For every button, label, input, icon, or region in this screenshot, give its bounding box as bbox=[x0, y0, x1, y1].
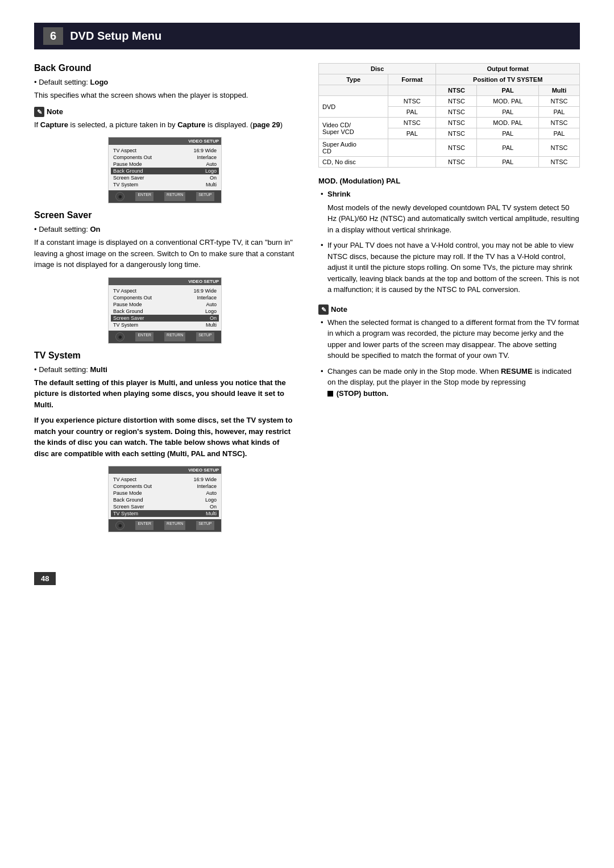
table-row: Super AudioCD NTSC PAL NTSC bbox=[319, 139, 580, 157]
vcd-ntsc-multi: NTSC bbox=[538, 118, 579, 128]
menu-row: TV Aspect16:9 Wide bbox=[113, 476, 217, 483]
note-text-back-ground: If Capture is selected, a picture taken … bbox=[34, 119, 296, 131]
enter-btn: ENTER bbox=[135, 521, 154, 530]
menu-body-2: TV Aspect16:9 Wide Components OutInterla… bbox=[109, 285, 221, 331]
cd-format bbox=[388, 157, 436, 168]
mod-title: MOD. (Modulation) PAL bbox=[318, 177, 580, 185]
menu-row: Back GroundLogo bbox=[113, 496, 217, 503]
right-note-box: ✎ Note When the selected format is chang… bbox=[318, 304, 580, 399]
ntsc-header: NTSC bbox=[436, 85, 477, 96]
dvd-pal-multi: PAL bbox=[538, 107, 579, 118]
nav-icon: ⊕ bbox=[115, 521, 125, 530]
sacd-format bbox=[388, 139, 436, 157]
setup-btn: SETUP bbox=[196, 521, 214, 530]
cd-multi: NTSC bbox=[538, 157, 579, 168]
cd-pal: PAL bbox=[477, 157, 539, 168]
right-column: Disc Output format Type Format Position … bbox=[318, 63, 580, 585]
menu-header-3: VIDEO SETUP bbox=[109, 466, 221, 474]
dvd-pal-format: PAL bbox=[388, 107, 436, 118]
section-back-ground: Back Ground Default setting: Logo This s… bbox=[34, 63, 296, 203]
vcd-pal-multi: PAL bbox=[538, 128, 579, 139]
default-setting-back-ground: Default setting: Logo bbox=[34, 78, 296, 86]
disc-col-header: Disc bbox=[319, 64, 436, 74]
dvd-pal-ntsc: NTSC bbox=[436, 107, 477, 118]
th-empty2 bbox=[388, 85, 436, 96]
table-row: DVD NTSC NTSC MOD. PAL NTSC bbox=[319, 96, 580, 107]
sacd-type: Super AudioCD bbox=[319, 139, 388, 157]
dvd-ntsc-multi: NTSC bbox=[538, 96, 579, 107]
note-title: ✎ Note bbox=[34, 107, 296, 117]
note-icon-right: ✎ bbox=[318, 304, 329, 315]
default-setting-tv-system: Default setting: Multi bbox=[34, 365, 296, 374]
multi-header: Multi bbox=[538, 85, 579, 96]
nav-icon: ⊕ bbox=[115, 192, 125, 201]
dvd-ntsc-ntsc: NTSC bbox=[436, 96, 477, 107]
dvd-ntsc-format: NTSC bbox=[388, 96, 436, 107]
menu-row: Components OutInterlace bbox=[113, 483, 217, 490]
vcd-pal-format: PAL bbox=[388, 128, 436, 139]
th-empty1 bbox=[319, 85, 388, 96]
chapter-number: 6 bbox=[43, 27, 63, 45]
table-row: CD, No disc NTSC PAL NTSC bbox=[319, 157, 580, 168]
menu-header-1: VIDEO SETUP bbox=[109, 137, 221, 145]
vcd-ntsc-pal: MOD. PAL bbox=[477, 118, 539, 128]
vcd-ntsc-ntsc: NTSC bbox=[436, 118, 477, 128]
return-btn: RETURN bbox=[164, 332, 185, 341]
back-ground-note: ✎ Note If Capture is selected, a picture… bbox=[34, 107, 296, 131]
enter-btn: ENTER bbox=[135, 332, 154, 341]
menu-row: TV Aspect16:9 Wide bbox=[113, 287, 217, 294]
menu-footer-3: ⊕ ENTER RETURN SETUP bbox=[109, 519, 221, 532]
output-format-header: Output format bbox=[436, 64, 580, 74]
v-hold-item: If your PAL TV does not have a V-Hold co… bbox=[318, 240, 580, 295]
page-number: 48 bbox=[34, 572, 56, 585]
setup-btn: SETUP bbox=[196, 192, 214, 201]
return-btn: RETURN bbox=[164, 192, 185, 201]
cd-type: CD, No disc bbox=[319, 157, 388, 168]
sacd-multi: NTSC bbox=[538, 139, 579, 157]
menu-row: TV SystemMulti bbox=[113, 322, 217, 328]
vcd-pal-ntsc: NTSC bbox=[436, 128, 477, 139]
section-title-back-ground: Back Ground bbox=[34, 63, 296, 73]
shrink-label: Shrink bbox=[327, 189, 580, 200]
chapter-header: 6 DVD Setup Menu bbox=[34, 23, 580, 49]
menu-row: Components OutInterlace bbox=[113, 154, 217, 161]
default-setting-screen-saver: Default setting: On bbox=[34, 225, 296, 233]
menu-row: Pause ModeAuto bbox=[113, 161, 217, 168]
menu-row: Back GroundLogo bbox=[113, 308, 217, 315]
menu-row: Screen SaverOn bbox=[113, 503, 217, 510]
menu-body-1: TV Aspect16:9 Wide Components OutInterla… bbox=[109, 145, 221, 190]
tv-system-body2: If you experience picture distortion wit… bbox=[34, 415, 296, 459]
back-ground-body: This specifies what the screen shows whe… bbox=[34, 90, 296, 101]
menu-row: Pause ModeAuto bbox=[113, 301, 217, 308]
menu-row: Screen SaverOn bbox=[113, 174, 217, 181]
vcd-ntsc-format: NTSC bbox=[388, 118, 436, 128]
section-title-tv-system: TV System bbox=[34, 350, 296, 361]
menu-row: Components OutInterlace bbox=[113, 294, 217, 301]
shrink-item: Shrink Most models of the newly develope… bbox=[318, 189, 580, 235]
note-bullet-2: Changes can be made only in the Stop mod… bbox=[318, 366, 580, 399]
chapter-title: DVD Setup Menu bbox=[70, 30, 161, 43]
format-header: Format bbox=[388, 74, 436, 85]
type-header: Type bbox=[319, 74, 388, 85]
dvd-ntsc-pal: MOD. PAL bbox=[477, 96, 539, 107]
menu-footer-2: ⊕ ENTER RETURN SETUP bbox=[109, 331, 221, 343]
menu-mockup-screen-saver: VIDEO SETUP TV Aspect16:9 Wide Component… bbox=[108, 277, 222, 344]
left-column: Back Ground Default setting: Logo This s… bbox=[34, 63, 296, 585]
dvd-type: DVD bbox=[319, 96, 388, 118]
sacd-pal: PAL bbox=[477, 139, 539, 157]
tv-system-body1: The default setting of this player is Mu… bbox=[34, 377, 296, 411]
section-title-screen-saver: Screen Saver bbox=[34, 210, 296, 220]
menu-row: TV SystemMulti bbox=[113, 181, 217, 188]
screen-saver-body: If a constant image is displayed on a co… bbox=[34, 237, 296, 270]
cd-ntsc: NTSC bbox=[436, 157, 477, 168]
menu-mockup-tv-system: VIDEO SETUP TV Aspect16:9 Wide Component… bbox=[108, 466, 222, 532]
note-bullet-1: When the selected format is changed to a… bbox=[318, 317, 580, 361]
table-row: Video CD/Super VCD NTSC NTSC MOD. PAL NT… bbox=[319, 118, 580, 128]
menu-header-2: VIDEO SETUP bbox=[109, 278, 221, 285]
nav-icon: ⊕ bbox=[115, 332, 125, 341]
disc-table: Disc Output format Type Format Position … bbox=[318, 63, 580, 168]
menu-body-3: TV Aspect16:9 Wide Components OutInterla… bbox=[109, 474, 221, 519]
setup-btn: SETUP bbox=[196, 332, 214, 341]
dvd-pal-pal: PAL bbox=[477, 107, 539, 118]
menu-footer-1: ⊕ ENTER RETURN SETUP bbox=[109, 190, 221, 203]
